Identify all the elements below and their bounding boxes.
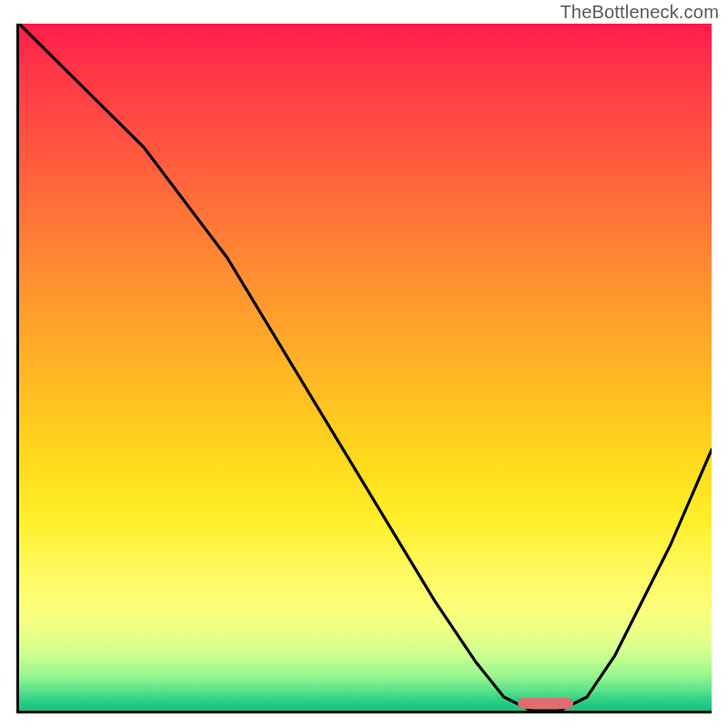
optimal-range-marker xyxy=(518,698,573,709)
bottleneck-chart: TheBottleneck.com xyxy=(0,0,728,728)
watermark-text: TheBottleneck.com xyxy=(560,2,719,23)
plot-area xyxy=(16,24,712,713)
bottleneck-curve-path xyxy=(19,24,712,711)
curve-layer xyxy=(19,24,712,711)
